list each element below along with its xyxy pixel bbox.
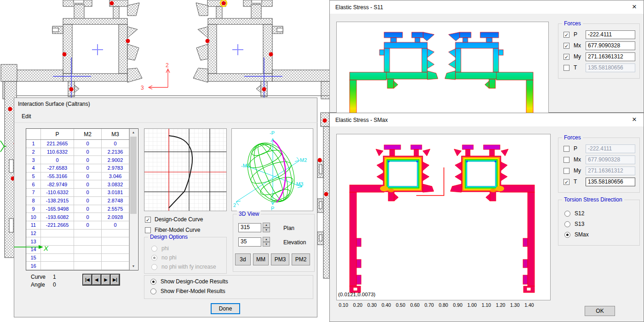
- m2-cell[interactable]: 0: [74, 164, 102, 172]
- m2-cell[interactable]: [74, 262, 102, 270]
- design-code-curve-checkbox[interactable]: ✓: [145, 217, 151, 223]
- spin-up-icon[interactable]: ▲: [263, 237, 270, 242]
- m2-cell[interactable]: [74, 237, 102, 246]
- table-row[interactable]: 14: [26, 246, 129, 254]
- m3-cell[interactable]: [102, 237, 129, 246]
- s13-radio[interactable]: [564, 221, 570, 227]
- scrollbar-thumb[interactable]: [130, 137, 137, 214]
- smax-radio[interactable]: [564, 232, 570, 238]
- p-cell[interactable]: 110.6332: [41, 148, 74, 156]
- smax-mx-checkbox[interactable]: [564, 157, 569, 163]
- table-row[interactable]: 3 0 0 2.9002: [26, 156, 129, 164]
- next-curve-button[interactable]: ▶: [102, 275, 110, 285]
- table-row[interactable]: 4 -27.6583 0 2.9783: [26, 164, 129, 172]
- p-cell[interactable]: -82.9749: [41, 180, 74, 189]
- show-design-code-radio[interactable]: [150, 279, 156, 285]
- m3-cell[interactable]: 0: [102, 221, 129, 230]
- smax-t-field[interactable]: 135.58180656: [586, 178, 635, 186]
- s11-titlebar[interactable]: Elastic Stress - S11: [330, 0, 644, 14]
- m3-cell[interactable]: [102, 246, 129, 254]
- s11-p-checkbox[interactable]: ✓: [564, 32, 569, 38]
- view-pm2-button[interactable]: PM2: [292, 253, 310, 265]
- p-cell[interactable]: -55.3166: [41, 172, 74, 181]
- m3-cell[interactable]: [102, 230, 129, 238]
- handle-dot[interactable]: [8, 107, 12, 111]
- m2-cell[interactable]: 0: [74, 213, 102, 221]
- handle-dot[interactable]: [318, 158, 322, 162]
- m3-cell[interactable]: 2.8748: [102, 197, 129, 205]
- m2-cell[interactable]: 0: [74, 197, 102, 205]
- m2-cell[interactable]: [74, 246, 102, 254]
- phi-radio[interactable]: [151, 246, 157, 252]
- table-row[interactable]: 11 -221.2665 0 0: [26, 221, 129, 230]
- p-cell[interactable]: -138.2915: [41, 197, 74, 205]
- m2-cell[interactable]: 0: [74, 205, 102, 213]
- p-cell[interactable]: -165.9498: [41, 205, 74, 213]
- show-fiber-model-radio[interactable]: [150, 288, 156, 294]
- p-cell[interactable]: [41, 237, 74, 246]
- prev-curve-button[interactable]: ◀: [92, 275, 101, 285]
- fiber-model-curve-checkbox[interactable]: [145, 227, 151, 233]
- ok-button[interactable]: OK: [585, 306, 615, 316]
- elevation-input[interactable]: 35: [238, 237, 261, 247]
- plan-input[interactable]: 315: [238, 223, 261, 232]
- s11-my-field[interactable]: 271.16361312: [586, 52, 635, 61]
- s11-mx-checkbox[interactable]: ✓: [564, 43, 569, 49]
- close-icon[interactable]: ×: [632, 115, 637, 124]
- s11-mx-field[interactable]: 677.9090328: [586, 41, 635, 50]
- table-row[interactable]: 13: [26, 237, 129, 246]
- m2-cell[interactable]: 0: [74, 180, 102, 189]
- m3-cell[interactable]: 2.0928: [102, 213, 129, 221]
- menu-edit[interactable]: Edit: [22, 113, 31, 120]
- p-cell[interactable]: 0: [41, 156, 74, 164]
- m3-cell[interactable]: 2.9002: [102, 156, 129, 164]
- smax-t-checkbox[interactable]: ✓: [564, 179, 569, 185]
- handle-dot[interactable]: [323, 119, 327, 123]
- m2-cell[interactable]: [74, 254, 102, 262]
- m3-cell[interactable]: 3.046: [102, 172, 129, 181]
- m2-cell[interactable]: 0: [74, 189, 102, 197]
- table-scrollbar[interactable]: ▲ ▼: [129, 129, 137, 270]
- spin-up-icon[interactable]: ▲: [263, 223, 270, 228]
- table-row[interactable]: 12: [26, 230, 129, 238]
- m3-cell[interactable]: 2.5575: [102, 205, 129, 213]
- m2-cell[interactable]: 0: [74, 221, 102, 230]
- scroll-up-icon[interactable]: ▲: [130, 129, 137, 136]
- s11-t-checkbox[interactable]: [564, 65, 569, 71]
- m2-cell[interactable]: 0: [74, 172, 102, 181]
- m2-cell[interactable]: 0: [74, 140, 102, 148]
- smax-titlebar[interactable]: Elastic Stress - SMax: [330, 113, 644, 127]
- table-row[interactable]: 7 -110.6332 0 3.0181: [26, 189, 129, 197]
- no-phi-fy-radio[interactable]: [151, 264, 157, 270]
- s12-radio[interactable]: [564, 211, 570, 217]
- p-cell[interactable]: -110.6332: [41, 189, 74, 197]
- last-curve-button[interactable]: ▶|: [111, 275, 119, 285]
- m3-cell[interactable]: 3.0832: [102, 180, 129, 189]
- m3-cell[interactable]: 3.0181: [102, 189, 129, 197]
- handle-dot[interactable]: [324, 192, 328, 196]
- table-row[interactable]: 1 221.2665 0 0: [26, 140, 129, 148]
- p-cell[interactable]: [41, 254, 74, 262]
- p-cell[interactable]: -27.6583: [41, 164, 74, 172]
- table-row[interactable]: 9 -165.9498 0 2.5575: [26, 205, 129, 213]
- spin-down-icon[interactable]: ▼: [263, 242, 270, 247]
- table-row[interactable]: 5 -55.3166 0 3.046: [26, 172, 129, 181]
- view-3d-button[interactable]: 3d: [235, 253, 251, 265]
- m2-cell[interactable]: 0: [74, 156, 102, 164]
- p-cell[interactable]: 221.2665: [41, 140, 74, 148]
- p-cell[interactable]: [41, 230, 74, 238]
- s11-my-checkbox[interactable]: ✓: [564, 54, 569, 60]
- first-curve-button[interactable]: |◀: [83, 275, 92, 285]
- m3-cell[interactable]: 2.2136: [102, 148, 129, 156]
- table-row[interactable]: 6 -82.9749 0 3.0832: [26, 180, 129, 189]
- view-pm3-button[interactable]: PM3: [271, 253, 289, 265]
- m3-cell[interactable]: 0: [102, 140, 129, 148]
- m3-cell[interactable]: [102, 254, 129, 262]
- p-cell[interactable]: -193.6082: [41, 213, 74, 221]
- spin-down-icon[interactable]: ▼: [263, 228, 270, 233]
- s11-p-field[interactable]: -222.4111: [586, 30, 635, 39]
- m3-cell[interactable]: 2.9783: [102, 164, 129, 172]
- smax-p-checkbox[interactable]: [564, 146, 569, 152]
- table-row[interactable]: 15: [26, 254, 129, 262]
- table-row[interactable]: 16: [26, 262, 129, 270]
